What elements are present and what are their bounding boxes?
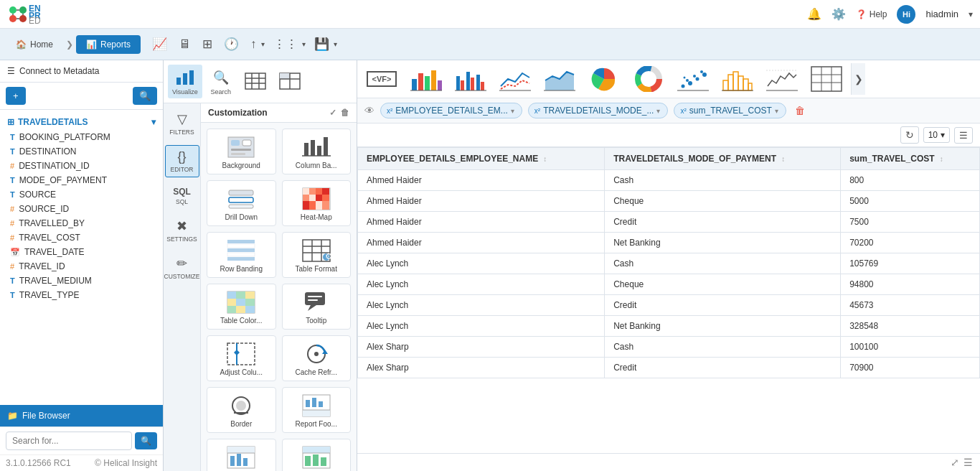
cell-cost: 100100 xyxy=(841,337,980,358)
version-text: 3.1.0.12566 RC1 xyxy=(6,458,71,468)
field-tag-traveldetails[interactable]: x² TRAVELDETAILS_MODE_... ▾ xyxy=(528,103,669,118)
line-chart-icon[interactable]: 📈 xyxy=(149,34,170,55)
settings-tool[interactable]: ✖ SETTINGS xyxy=(165,215,199,246)
connect-to-metadata-button[interactable]: ☰ Connect to Metadata xyxy=(0,60,163,83)
svg-rect-26 xyxy=(231,149,251,151)
adjust-col-label: Adjust Colu... xyxy=(220,368,263,376)
field-source[interactable]: T SOURCE xyxy=(0,187,163,202)
page-size-selector[interactable]: 10 ▾ xyxy=(923,127,950,143)
cache-refr-item[interactable]: Cache Refr... xyxy=(282,335,352,381)
user-badge: Hi xyxy=(897,5,915,24)
pivot-item[interactable] xyxy=(274,68,306,95)
visibility-icon[interactable]: 👁 xyxy=(364,105,374,116)
border-item[interactable]: Border xyxy=(207,387,276,433)
display-icon[interactable]: 🖥 xyxy=(176,34,194,55)
reports-tab[interactable]: 📊 Reports xyxy=(76,35,141,54)
trash-icon[interactable]: 🗑 xyxy=(341,108,349,118)
search-sidebar-button[interactable]: 🔍 xyxy=(133,87,157,105)
svg-rect-24 xyxy=(231,140,240,146)
settings-icon[interactable]: ⚙️ xyxy=(831,7,846,21)
column-settings-button[interactable]: ☰ xyxy=(954,127,973,144)
refresh-button[interactable]: ↻ xyxy=(900,126,919,144)
home-tab[interactable]: 🏠 Home xyxy=(6,35,63,54)
field-name: DESTINATION_ID xyxy=(19,161,89,171)
clock-icon[interactable]: 🕐 xyxy=(221,34,242,55)
file-browser-section[interactable]: 📁 File Browser xyxy=(0,405,163,426)
cell-employee: Ahmed Haider xyxy=(358,170,605,191)
table-color-label: Table Color... xyxy=(220,317,262,325)
table-color-icon xyxy=(225,290,257,314)
table-color-item[interactable]: Table Color... xyxy=(207,284,276,330)
field-travel-date[interactable]: 📅 TRAVEL_DATE xyxy=(0,245,163,259)
user-name[interactable]: hiadmin xyxy=(925,9,958,19)
notification-icon[interactable]: 🔔 xyxy=(807,7,821,21)
grid-footer-icon[interactable]: ☰ xyxy=(963,457,973,468)
grouped-bar-chart-type[interactable] xyxy=(451,63,491,95)
row-banding-item[interactable]: Row Banding xyxy=(207,232,276,278)
drill-down-item[interactable]: Drill Down xyxy=(207,180,276,226)
search-item[interactable]: 🔍 Search xyxy=(205,65,237,98)
visualize-item[interactable]: Visualize xyxy=(168,65,202,98)
field-travel-type[interactable]: T TRAVEL_TYPE xyxy=(0,288,163,302)
field-booking-platform[interactable]: T BOOKING_PLATFORM xyxy=(0,130,163,144)
customize-tool[interactable]: ✏ CUSTOMIZE xyxy=(165,252,199,284)
help-button[interactable]: ❓ Help xyxy=(856,9,887,19)
sparkline-chart-type[interactable] xyxy=(762,63,802,95)
save-button[interactable]: 💾 ▾ xyxy=(311,34,337,55)
report-footer-item[interactable]: Report Foo... xyxy=(282,387,352,433)
donut-chart-type[interactable] xyxy=(628,63,669,95)
field-travelled-by[interactable]: # TRAVELLED_BY xyxy=(0,216,163,230)
field-travel-cost[interactable]: # TRAVEL_COST xyxy=(0,230,163,245)
report-header2-item[interactable]: Report Hea... xyxy=(282,439,352,471)
vf-chart-type[interactable]: <VF> xyxy=(362,63,402,95)
editor-tool[interactable]: {} EDITOR xyxy=(165,145,199,177)
heat-map-item[interactable]: Heat-Map xyxy=(282,180,352,226)
area-chart-type[interactable] xyxy=(540,63,580,95)
filters-tool[interactable]: ▽ FILTERS xyxy=(165,108,199,139)
bar-chart-type[interactable] xyxy=(406,63,446,95)
svg-rect-75 xyxy=(227,343,255,365)
field-source-id[interactable]: # SOURCE_ID xyxy=(0,202,163,216)
field-group-traveldetails[interactable]: ⊞ TRAVELDETAILS ▾ xyxy=(0,114,163,130)
histogram-chart-type[interactable] xyxy=(717,63,758,95)
grid-icon[interactable]: ⊞ xyxy=(199,34,215,55)
background-item[interactable]: Background xyxy=(207,129,276,174)
table-item[interactable] xyxy=(240,68,271,95)
field-destination-id[interactable]: # DESTINATION_ID xyxy=(0,159,163,173)
expand-icon[interactable]: ⤢ xyxy=(951,457,959,468)
field-destination[interactable]: T DESTINATION xyxy=(0,144,163,159)
field-travel-medium[interactable]: T TRAVEL_MEDIUM xyxy=(0,274,163,288)
line-chart-type[interactable] xyxy=(495,63,535,95)
checkmark-icon[interactable]: ✓ xyxy=(329,108,336,118)
user-dropdown-icon[interactable]: ▾ xyxy=(969,9,973,19)
delete-field-icon[interactable]: 🗑 xyxy=(795,105,805,116)
svg-rect-110 xyxy=(461,80,464,90)
tooltip-item[interactable]: Tooltip xyxy=(282,284,352,330)
col-header-employee[interactable]: EMPLOYEE_DETAILS_EMPLOYEE_NAME ↕ xyxy=(358,148,605,170)
columns-button[interactable]: ⋮⋮ ▾ xyxy=(270,34,306,55)
search-input[interactable] xyxy=(6,432,132,450)
adjust-col-item[interactable]: Adjust Colu... xyxy=(207,335,276,381)
scatter-chart-type[interactable] xyxy=(673,63,713,95)
col-header-cost[interactable]: sum_TRAVEL_COST ↕ xyxy=(841,148,980,170)
svg-rect-33 xyxy=(229,190,253,195)
pie-chart-type[interactable] xyxy=(584,63,624,95)
field-travel-id[interactable]: # TRAVEL_ID xyxy=(0,259,163,274)
field-tag-sumcost[interactable]: x² sum_TRAVEL_COST ▾ xyxy=(674,103,786,118)
svg-point-128 xyxy=(693,75,696,78)
export-icon: ↑ xyxy=(248,34,260,55)
sql-tool[interactable]: SQL SQL xyxy=(165,183,199,209)
field-mode-of-payment[interactable]: T MODE_OF_PAYMENT xyxy=(0,173,163,187)
field-tag-employee[interactable]: x² EMPLOYEE_DETAILS_EM... ▾ xyxy=(380,103,522,118)
chart-toggle-button[interactable]: ❯ xyxy=(851,63,865,95)
dna-icon: ENTER PRISE EDITION xyxy=(7,4,40,24)
svg-point-126 xyxy=(686,79,689,82)
table-format-item[interactable]: ⚙ Table Format xyxy=(282,232,352,278)
add-button[interactable]: + xyxy=(6,87,26,105)
search-button[interactable]: 🔍 xyxy=(135,432,157,449)
col-header-mode[interactable]: TRAVELDETAILS_MODE_OF_PAYMENT ↕ xyxy=(605,148,841,170)
grid-chart-type[interactable] xyxy=(806,63,847,95)
report-header1-item[interactable]: Report Hea... xyxy=(207,439,276,471)
export-button[interactable]: ↑ ▾ xyxy=(248,34,265,55)
column-bar-item[interactable]: Column Ba... xyxy=(282,129,352,174)
